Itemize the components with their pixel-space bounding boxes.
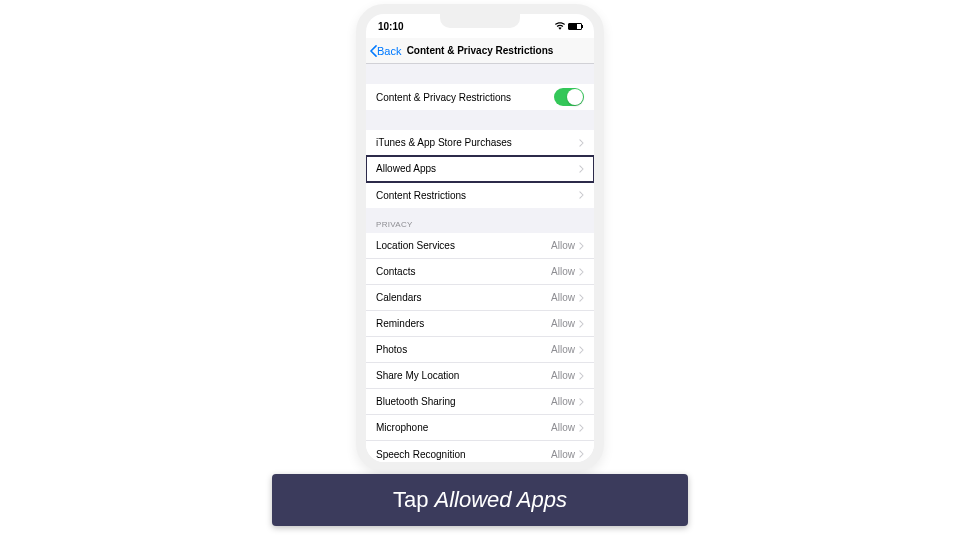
settings-content[interactable]: Content & Privacy Restrictions iTunes & …	[366, 64, 594, 462]
row-photos[interactable]: Photos Allow	[366, 337, 594, 363]
chevron-right-icon	[579, 268, 584, 276]
back-button[interactable]: Back	[366, 45, 401, 57]
row-label: Microphone	[376, 422, 428, 433]
chevron-right-icon	[579, 191, 584, 199]
row-content-privacy-toggle[interactable]: Content & Privacy Restrictions	[366, 84, 594, 110]
row-microphone[interactable]: Microphone Allow	[366, 415, 594, 441]
chevron-right-icon	[579, 398, 584, 406]
row-label: Content & Privacy Restrictions	[376, 92, 511, 103]
chevron-right-icon	[579, 424, 584, 432]
status-time: 10:10	[378, 21, 404, 32]
row-label: Share My Location	[376, 370, 459, 381]
row-content-restrictions[interactable]: Content Restrictions	[366, 182, 594, 208]
chevron-right-icon	[579, 165, 584, 173]
nav-title: Content & Privacy Restrictions	[407, 45, 554, 56]
chevron-right-icon	[579, 294, 584, 302]
instruction-caption: Tap Allowed Apps	[272, 474, 688, 526]
section-header-privacy: Privacy	[366, 208, 594, 233]
row-location-services[interactable]: Location Services Allow	[366, 233, 594, 259]
chevron-left-icon	[370, 45, 377, 57]
chevron-right-icon	[579, 372, 584, 380]
wifi-icon	[555, 22, 565, 30]
row-label: Speech Recognition	[376, 449, 466, 460]
row-label: Photos	[376, 344, 407, 355]
row-value: Allow	[551, 240, 575, 251]
phone-frame: 10:10 Back Content & Privacy Restriction…	[356, 4, 604, 472]
row-value: Allow	[551, 370, 575, 381]
row-value: Allow	[551, 422, 575, 433]
status-right	[555, 22, 582, 30]
row-value: Allow	[551, 318, 575, 329]
row-label: Bluetooth Sharing	[376, 396, 456, 407]
chevron-right-icon	[579, 242, 584, 250]
row-label: Calendars	[376, 292, 422, 303]
caption-emphasis: Allowed Apps	[435, 487, 567, 513]
row-label: Content Restrictions	[376, 190, 466, 201]
nav-bar: Back Content & Privacy Restrictions	[366, 38, 594, 64]
row-calendars[interactable]: Calendars Allow	[366, 285, 594, 311]
row-value: Allow	[551, 266, 575, 277]
row-label: iTunes & App Store Purchases	[376, 137, 512, 148]
battery-icon	[568, 23, 582, 30]
row-share-my-location[interactable]: Share My Location Allow	[366, 363, 594, 389]
row-value: Allow	[551, 396, 575, 407]
chevron-right-icon	[579, 450, 584, 458]
chevron-right-icon	[579, 139, 584, 147]
back-label: Back	[377, 45, 401, 57]
row-contacts[interactable]: Contacts Allow	[366, 259, 594, 285]
chevron-right-icon	[579, 346, 584, 354]
phone-screen: 10:10 Back Content & Privacy Restriction…	[366, 14, 594, 462]
chevron-right-icon	[579, 320, 584, 328]
phone-notch	[440, 14, 520, 28]
row-value: Allow	[551, 344, 575, 355]
row-label: Reminders	[376, 318, 424, 329]
toggle-switch[interactable]	[554, 88, 584, 106]
row-reminders[interactable]: Reminders Allow	[366, 311, 594, 337]
row-value: Allow	[551, 449, 575, 460]
row-label: Allowed Apps	[376, 163, 436, 174]
row-itunes-purchases[interactable]: iTunes & App Store Purchases	[366, 130, 594, 156]
row-label: Contacts	[376, 266, 415, 277]
caption-prefix: Tap	[393, 487, 428, 513]
row-value: Allow	[551, 292, 575, 303]
row-allowed-apps[interactable]: Allowed Apps	[366, 156, 594, 182]
row-speech-recognition[interactable]: Speech Recognition Allow	[366, 441, 594, 462]
row-label: Location Services	[376, 240, 455, 251]
row-bluetooth-sharing[interactable]: Bluetooth Sharing Allow	[366, 389, 594, 415]
